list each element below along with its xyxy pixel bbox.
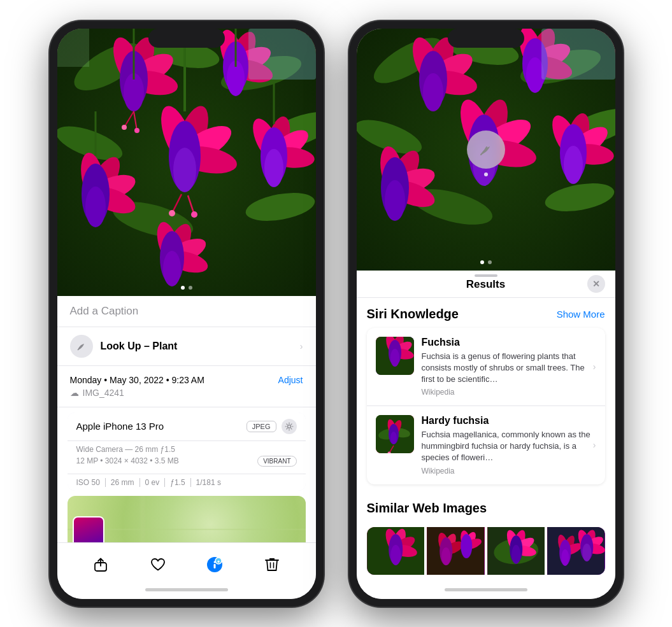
leaf-icon	[75, 340, 88, 353]
gear-icon[interactable]	[282, 419, 297, 434]
similar-images-title: Similar Web Images	[367, 501, 487, 516]
similar-image-1[interactable]	[367, 527, 425, 575]
svg-point-29	[173, 148, 196, 192]
visual-search-button[interactable]	[467, 130, 505, 169]
fuchsia-text: Fuchsia Fuchsia is a genus of flowering …	[422, 337, 596, 397]
svg-point-24	[154, 102, 199, 168]
svg-point-45	[264, 149, 283, 187]
close-button[interactable]: ✕	[587, 275, 605, 293]
adjust-button[interactable]: Adjust	[278, 375, 303, 385]
focal-value: 26 mm	[106, 478, 140, 487]
svg-line-14	[124, 111, 134, 127]
results-title: Results	[466, 278, 505, 291]
style-badge: VIBRANT	[257, 456, 296, 467]
svg-point-39	[85, 187, 106, 227]
device-section: Apple iPhone 13 Pro JPEG Wide Camer	[68, 412, 306, 491]
similar-image-4[interactable]	[547, 527, 605, 575]
siri-knowledge-header: Siri Knowledge Show More	[357, 298, 615, 328]
fuchsia-desc: Fuchsia is a genus of flowering plants t…	[422, 351, 596, 386]
shutter-value: 1/181 s	[191, 478, 226, 487]
left-phone-notch	[148, 29, 225, 48]
right-phone-screen: Results ✕ Siri Knowledge Show More	[357, 29, 615, 599]
svg-point-1	[67, 34, 149, 99]
heart-button[interactable]	[147, 553, 169, 576]
svg-point-13	[124, 73, 144, 111]
photo-indicator-right	[480, 260, 492, 264]
svg-point-25	[169, 102, 214, 168]
similar-image-3[interactable]	[487, 527, 545, 575]
right-phone-notch	[448, 29, 524, 48]
aperture-value: ƒ1.5	[165, 478, 190, 487]
svg-point-104	[564, 146, 583, 184]
leaf-search-icon	[477, 141, 495, 159]
trash-button[interactable]	[261, 553, 283, 576]
svg-point-59	[287, 425, 290, 428]
svg-rect-58	[57, 29, 89, 67]
lookup-label: Look Up – Plant	[101, 341, 178, 352]
photo-view-right[interactable]	[357, 29, 615, 271]
photo-view[interactable]	[57, 29, 316, 296]
home-bar	[145, 588, 228, 591]
show-more-button[interactable]: Show More	[557, 309, 605, 320]
knowledge-item-fuchsia[interactable]: Fuchsia Fuchsia is a genus of flowering …	[367, 328, 605, 407]
lookup-row[interactable]: Look Up – Plant ›	[57, 327, 316, 366]
similar-images-grid	[367, 527, 605, 575]
knowledge-item-hardy[interactable]: Hardy fuchsia Fuchsia magellanica, commo…	[367, 406, 605, 484]
left-phone: Add a Caption Look Up – Plant › Monday •…	[50, 21, 324, 607]
svg-rect-105	[541, 29, 615, 80]
fuchsia-chevron-icon: ›	[593, 362, 596, 372]
svg-point-12	[120, 51, 148, 108]
indicator-dot-r2	[488, 260, 492, 264]
svg-point-112	[390, 349, 399, 367]
results-content[interactable]: Siri Knowledge Show More	[357, 298, 615, 581]
hardy-source: Wikipedia	[422, 467, 596, 476]
map-thumbnail	[73, 516, 104, 542]
svg-point-17	[134, 128, 139, 133]
svg-point-134	[441, 547, 450, 565]
hardy-chevron-icon: ›	[593, 440, 596, 450]
hardy-desc: Fuchsia magellanica, commonly known as t…	[422, 429, 596, 464]
hardy-name: Hardy fuchsia	[422, 415, 596, 426]
map-preview[interactable]	[68, 496, 306, 542]
svg-text:✦: ✦	[217, 560, 220, 564]
svg-point-158	[582, 544, 591, 561]
lookup-chevron-icon: ›	[300, 341, 303, 351]
fuchsia-source: Wikipedia	[422, 388, 596, 397]
svg-point-51	[163, 251, 181, 286]
svg-point-11	[125, 67, 180, 98]
indicator-dot-2	[189, 286, 192, 290]
svg-point-32	[169, 210, 175, 216]
svg-rect-63	[214, 564, 216, 568]
device-row: Apple iPhone 13 Pro JPEG	[68, 412, 306, 440]
share-button[interactable]	[89, 553, 112, 576]
drag-handle[interactable]	[475, 274, 497, 277]
indicator-dot-1	[181, 286, 185, 290]
svg-point-98	[385, 180, 405, 221]
knowledge-card: Fuchsia Fuchsia is a genus of flowering …	[367, 328, 605, 484]
format-badge: JPEG	[247, 421, 276, 432]
svg-point-138	[461, 534, 472, 558]
fuchsia-name: Fuchsia	[422, 337, 596, 348]
camera-specs: Wide Camera — 26 mm ƒ1.5 12 MP • 3024 × …	[68, 440, 306, 474]
lens-spec: Wide Camera — 26 mm ƒ1.5	[76, 445, 297, 454]
home-bar-right	[445, 588, 527, 591]
flower-image	[57, 29, 316, 296]
lookup-icon	[70, 335, 93, 358]
date-text: Monday • May 30, 2022 • 9:23 AM	[70, 375, 204, 385]
hardy-thumbnail	[376, 415, 414, 453]
svg-line-15	[134, 111, 137, 130]
left-phone-screen: Add a Caption Look Up – Plant › Monday •…	[57, 29, 316, 599]
photo-indicator	[181, 286, 192, 290]
info-button[interactable]: ✦	[203, 553, 226, 576]
home-indicator	[57, 581, 316, 599]
siri-knowledge-title: Siri Knowledge	[367, 307, 459, 321]
filename-row: ☁ IMG_4241	[70, 388, 303, 398]
mp-spec: 12 MP • 3024 × 4032 • 3.5 MB VIBRANT	[76, 456, 297, 467]
home-indicator-right	[357, 581, 615, 599]
similar-images-header: Similar Web Images	[367, 492, 605, 522]
device-name-text: Apple iPhone 13 Pro	[76, 421, 164, 432]
svg-point-10	[122, 47, 178, 92]
caption-field[interactable]: Add a Caption	[57, 296, 316, 327]
similar-image-2[interactable]	[427, 527, 485, 575]
info-section: Add a Caption Look Up – Plant › Monday •…	[57, 296, 316, 542]
